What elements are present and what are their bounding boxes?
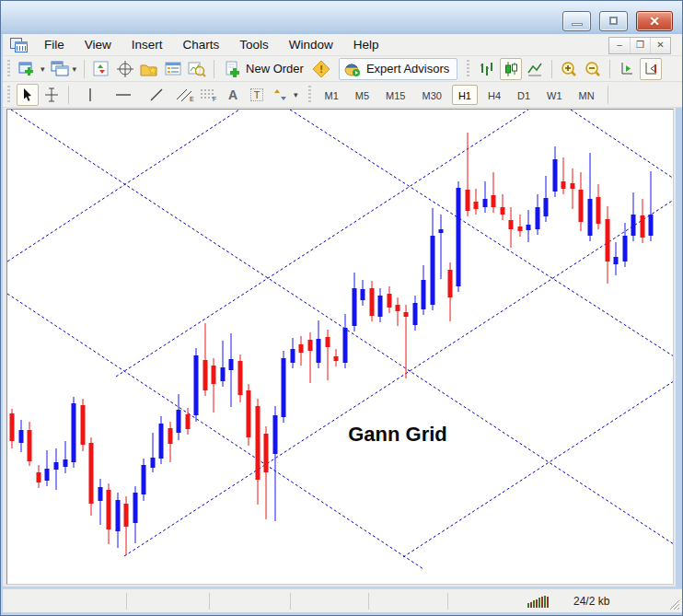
toolbar-grip[interactable]: [467, 60, 469, 78]
strategy-tester-button[interactable]: [186, 58, 208, 80]
terminal-button[interactable]: [162, 58, 184, 80]
child-restore-button[interactable]: ❐: [630, 38, 650, 53]
equidistant-channel-tool-button[interactable]: E: [174, 84, 196, 106]
menu-tools[interactable]: Tools: [229, 35, 279, 55]
ticks-histogram-icon: [527, 595, 551, 608]
candle-body: [466, 190, 470, 211]
title-bar[interactable]: ✕: [1, 1, 683, 34]
gann-grid-label[interactable]: Gann Grid: [348, 423, 447, 446]
candle-body: [431, 236, 435, 305]
chart-shift-button[interactable]: [640, 58, 662, 80]
auto-scroll-button[interactable]: [616, 58, 638, 80]
maximize-button[interactable]: [599, 11, 628, 31]
status-separator: [126, 593, 127, 610]
data-window-button[interactable]: [114, 58, 136, 80]
candle-body: [326, 337, 330, 347]
child-close-button[interactable]: ✕: [650, 38, 670, 53]
zoom-out-button[interactable]: [582, 58, 604, 80]
close-button[interactable]: ✕: [636, 11, 673, 31]
new-order-label: New Order: [246, 62, 304, 76]
crosshair-tool-button[interactable]: [41, 84, 63, 106]
arrows-tool-button[interactable]: [270, 84, 292, 106]
menu-charts[interactable]: Charts: [173, 35, 230, 55]
zoom-in-button[interactable]: [558, 58, 580, 80]
menu-file[interactable]: File: [34, 35, 75, 55]
menu-window[interactable]: Window: [279, 35, 343, 55]
minimize-button[interactable]: [562, 11, 591, 31]
candle-body: [588, 199, 593, 236]
chart-window-icon[interactable]: [10, 38, 29, 52]
candle-body: [614, 257, 619, 264]
candle-body: [116, 500, 121, 531]
text-label-tool-button[interactable]: T: [246, 84, 268, 106]
timeframe-w1[interactable]: W1: [540, 85, 569, 105]
new-chart-dropdown-icon[interactable]: ▾: [41, 64, 45, 74]
gann-grid-line[interactable]: [403, 379, 673, 557]
toolbar-grip[interactable]: [7, 60, 10, 78]
market-watch-button[interactable]: [90, 58, 112, 80]
candle-body: [151, 458, 156, 468]
trendline-tool-button[interactable]: [145, 84, 168, 106]
candle-body: [509, 220, 514, 229]
resize-grip[interactable]: [667, 598, 680, 610]
cursor-tool-button[interactable]: [17, 84, 39, 106]
candle-body: [527, 225, 531, 230]
profiles-button[interactable]: [49, 58, 71, 80]
standard-toolbar: ▾ ▾ New Order ! Expe: [3, 56, 682, 82]
candle-body: [413, 303, 418, 325]
candle-body: [107, 490, 111, 529]
candlestick-chart-type-button[interactable]: [500, 58, 522, 80]
timeframe-mn[interactable]: MN: [573, 85, 601, 105]
price-chart[interactable]: Gann Grid: [6, 109, 674, 585]
gann-grid-line[interactable]: [571, 110, 673, 180]
gann-grid-line[interactable]: [290, 110, 673, 358]
new-order-button[interactable]: New Order: [220, 58, 308, 80]
timeframe-m5[interactable]: M5: [349, 85, 376, 105]
timeframe-m15[interactable]: M15: [379, 85, 411, 105]
gann-grid-line[interactable]: [11, 110, 673, 546]
menu-view[interactable]: View: [75, 35, 122, 55]
candle-body: [623, 236, 628, 262]
text-tool-button[interactable]: A: [222, 84, 244, 106]
timeframe-m1[interactable]: M1: [318, 85, 345, 105]
menu-help[interactable]: Help: [343, 35, 389, 55]
candle-body: [81, 405, 86, 445]
candle-body: [212, 366, 216, 384]
menu-insert[interactable]: Insert: [122, 35, 173, 55]
timeframe-h1[interactable]: H1: [452, 85, 478, 105]
gann-grid-line[interactable]: [116, 110, 528, 377]
child-minimize-button[interactable]: –: [609, 38, 630, 53]
candle-body: [299, 344, 304, 353]
candle-body: [64, 459, 68, 467]
horizontal-line-tool-button[interactable]: [112, 84, 134, 106]
vertical-line-tool-button[interactable]: [79, 84, 101, 106]
candle-body: [404, 312, 409, 317]
candle-body: [474, 202, 479, 209]
candle-body: [448, 270, 453, 297]
candle-body: [168, 428, 173, 444]
expert-advisors-button[interactable]: Expert Advisors: [339, 58, 457, 80]
new-chart-button[interactable]: [17, 58, 39, 80]
toolbar-grip[interactable]: [308, 86, 311, 104]
mt4-window: ✕ FileViewInsertChartsToolsWindowHelp – …: [0, 0, 683, 616]
arrows-dropdown-icon[interactable]: ▾: [294, 90, 298, 99]
fibonacci-tool-button[interactable]: F: [198, 84, 220, 106]
navigator-button[interactable]: [138, 58, 160, 80]
candle-body: [483, 199, 488, 207]
close-icon: ✕: [649, 14, 660, 29]
toolbar-grip[interactable]: [7, 86, 10, 104]
gann-grid-line[interactable]: [7, 110, 239, 262]
line-chart-type-button[interactable]: [524, 58, 546, 80]
svg-text:F: F: [213, 96, 216, 102]
timeframe-m30[interactable]: M30: [416, 85, 448, 105]
timeframe-d1[interactable]: D1: [511, 85, 537, 105]
candle-body: [98, 487, 103, 501]
profiles-dropdown-icon[interactable]: ▾: [73, 64, 77, 74]
timeframe-h4[interactable]: H4: [481, 85, 507, 105]
candle-body: [221, 367, 226, 381]
bar-chart-type-button[interactable]: [476, 58, 498, 80]
candle-body: [361, 289, 365, 300]
drawing-toolbar: E F A T ▾ M1M5M15M30H1H4D1W1MN: [3, 82, 682, 108]
candle-body: [492, 195, 496, 207]
metaeditor-button[interactable]: !: [310, 58, 332, 80]
